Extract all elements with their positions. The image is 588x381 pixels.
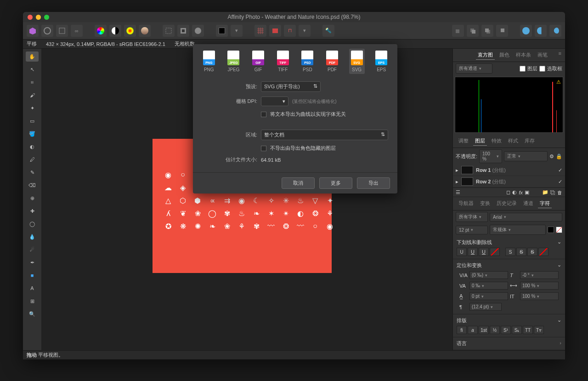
layer-row-1[interactable]: ▸ Row 1 (分组) ✓ [453,165,565,176]
font-select[interactable]: Arial [490,213,562,222]
grid-icon[interactable] [254,25,266,37]
tab-navigator[interactable]: 导航器 [457,199,475,208]
marquee-check[interactable] [539,66,545,72]
persona-liquify-icon[interactable] [41,25,53,37]
superscript-btn[interactable]: S¹ [501,326,511,334]
font-filter[interactable]: 所有字体 [456,212,488,222]
opacity-field[interactable]: 100 % [479,149,502,163]
cancel-button[interactable]: 取消 [282,177,315,189]
strike3-btn[interactable]: S [527,248,537,256]
slant[interactable]: -0 ° [520,271,559,279]
underline3-btn[interactable]: U [479,248,489,256]
format-tiff[interactable]: TIFF [275,49,291,74]
smudge-tool-icon[interactable]: ☄ [26,245,39,255]
tab-stock[interactable]: 库存 [523,136,537,146]
tab-history[interactable]: 历史记录 [495,199,519,208]
no-strike-btn[interactable] [538,248,548,256]
flood-tool-icon[interactable]: 🪣 [26,129,39,139]
underline2-btn[interactable]: U [468,248,478,256]
adjust-icon[interactable]: ◐ [512,189,517,195]
tab-character[interactable]: 字符 [538,199,552,208]
tab-adjust[interactable]: 调整 [457,136,470,146]
text-color[interactable] [548,227,554,233]
crop-layer-icon[interactable]: ▣ [525,189,529,195]
text-bg-none[interactable] [556,227,562,233]
bw-adjust-icon[interactable] [109,25,121,37]
fraction-btn[interactable]: ½ [490,326,500,334]
allcaps-btn[interactable]: TT [523,326,533,334]
smallcaps-btn[interactable]: Tᴛ [534,326,544,334]
format-eps[interactable]: EPS [373,49,389,74]
tab-brushes[interactable]: 画笔 [536,51,549,60]
tab-transform[interactable]: 变换 [478,199,492,208]
arrange-backward-icon[interactable] [467,25,479,37]
underline-btn[interactable]: U [457,248,467,256]
tab-styles[interactable]: 样式 [506,136,520,146]
move-tool-icon[interactable]: ↖ [26,64,39,74]
boolean-add-icon[interactable] [520,25,532,37]
persona-develop-icon[interactable] [56,25,68,37]
assistant-icon[interactable]: 🔦 [322,25,334,37]
tone-adjust-icon[interactable] [139,25,151,37]
tab-histogram[interactable]: 直方图 [476,51,495,60]
dodge-tool-icon[interactable]: ◯ [26,219,39,229]
arrange-forward-icon[interactable] [481,25,493,37]
persona-tone-icon[interactable]: ∞ [71,25,83,37]
more-button[interactable]: 更多 [319,177,352,189]
hscale[interactable]: 100 % [520,282,559,290]
curves-checkbox[interactable] [261,112,266,117]
hue-adjust-icon[interactable] [124,25,136,37]
boolean-intersect-icon[interactable] [549,25,561,37]
arrange-back-icon[interactable] [452,25,464,37]
channel-select[interactable]: 所有通道 [456,63,492,74]
strike2-btn[interactable]: S [516,248,526,256]
blend-select[interactable]: 正常 [504,151,548,161]
fx-icon[interactable]: fx [519,190,523,195]
swatch-picker[interactable] [216,25,228,37]
tab-layers[interactable]: 图层 [473,136,487,146]
format-pdf[interactable]: PDF [324,49,340,74]
arrange-front-icon[interactable] [496,25,508,37]
format-jpeg[interactable]: JPEG [226,49,241,74]
blur-tool-icon[interactable]: 💧 [26,232,39,242]
font-size[interactable]: 12 pt [456,226,488,234]
tab-channels[interactable]: 通道 [521,199,535,208]
lock-icon[interactable]: 🔒 [556,154,562,159]
crop-tool-icon[interactable]: ⌗ [26,77,39,87]
deco-header[interactable]: 下划线和删除线 [457,239,492,246]
vscale[interactable]: 100 % [520,292,559,300]
dpi-select[interactable]: ▾ [261,97,288,106]
leading[interactable]: (12.4 pt) [469,303,502,311]
magnet-icon[interactable]: ⊓ [284,25,296,37]
format-psd[interactable]: PSD [300,49,315,74]
marquee-tool-icon[interactable]: ▭ [26,116,39,126]
gear-icon[interactable]: ⚙ [549,154,554,159]
kerning[interactable]: (0 ‰) [469,271,508,279]
format-gif[interactable]: GIF [250,49,266,74]
duplicate-icon[interactable]: ⿻ [550,190,555,195]
area-select[interactable]: 整个文档⇅ [261,130,388,140]
hide-checkbox[interactable] [261,146,266,151]
font-weight[interactable]: 常规体 [490,225,546,235]
persona-photo-icon[interactable] [27,25,39,37]
type-header[interactable]: 排版 [457,317,467,324]
ligature-btn[interactable]: fi [457,326,467,334]
mesh-tool-icon[interactable]: ⊞ [26,296,39,306]
mask-icon[interactable]: ◻ [506,189,510,195]
tab-color[interactable]: 颜色 [498,51,511,60]
layer-check[interactable] [520,66,526,72]
pen-tool-icon[interactable]: ✒ [26,257,39,267]
trash-icon[interactable]: 🗑 [557,190,562,195]
text-tool-icon[interactable]: A [26,283,39,293]
subscript-btn[interactable]: S₁ [512,326,522,334]
hand-tool-icon[interactable]: ✋ [26,51,39,62]
tab-effects[interactable]: 特效 [490,136,503,146]
selection-invert-icon[interactable] [177,25,189,37]
selection-rect-icon[interactable] [163,25,175,37]
lang-header[interactable]: 语言 [457,340,467,347]
selection-brush-icon[interactable]: ✦ [26,103,39,113]
alt-btn[interactable]: a [468,326,478,334]
layer-row-2[interactable]: ▸ Row 2 (分组) ✓ [453,176,565,188]
tracking[interactable]: 0 ‰ [469,282,508,290]
swatch-dropdown[interactable]: ▾ [231,25,243,37]
